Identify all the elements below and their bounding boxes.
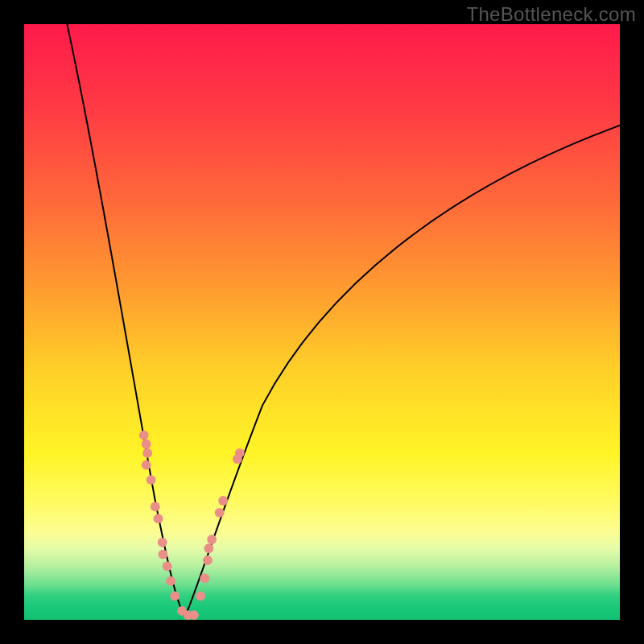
marker-left-0 [139,431,149,440]
marker-left-4 [147,475,156,485]
marker-right-4 [207,535,217,544]
curve-layer [24,24,620,620]
plot-area [24,24,620,620]
marker-left-10 [166,576,175,586]
marker-left-11 [170,591,180,601]
right-curve [185,126,620,617]
marker-right-8 [235,448,245,458]
marker-right-2 [203,555,213,565]
marker-left-14 [189,610,199,620]
marker-left-9 [163,561,172,571]
marker-left-5 [151,502,160,511]
marker-right-6 [218,496,228,506]
marker-right-1 [200,573,209,583]
left-curve [66,24,185,617]
chart-frame: TheBottleneck.com [0,0,644,644]
marker-left-6 [154,514,163,523]
marker-right-5 [215,508,225,518]
watermark-text: TheBottleneck.com [466,3,636,26]
marker-left-8 [159,550,168,559]
marker-right-0 [196,591,205,601]
marker-left-2 [142,448,152,458]
marker-right-3 [204,543,213,553]
marker-left-7 [158,538,167,547]
marker-left-1 [142,440,151,449]
marker-left-3 [142,460,151,470]
marker-layer [139,431,245,620]
